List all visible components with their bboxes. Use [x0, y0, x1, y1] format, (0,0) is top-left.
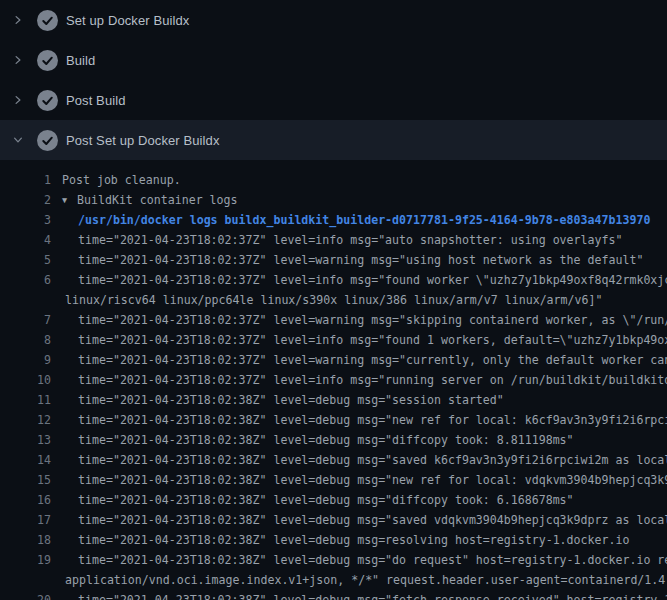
log-line-text: time="2021-04-23T18:02:37Z" level=warnin…: [78, 250, 643, 270]
actions-log-page: Set up Docker BuildxBuildPost BuildPost …: [0, 0, 667, 600]
log-line-number[interactable]: 13: [0, 430, 51, 450]
log-line-number: [0, 290, 51, 310]
log-line-number[interactable]: 4: [0, 230, 51, 250]
log-line-number[interactable]: 9: [0, 350, 51, 370]
log-line-text: time="2021-04-23T18:02:38Z" level=debug …: [78, 530, 629, 550]
log-line-number[interactable]: 1: [0, 170, 51, 190]
log-line-number[interactable]: 6: [0, 270, 51, 290]
check-circle-icon: [37, 90, 58, 111]
log-line: 15time="2021-04-23T18:02:38Z" level=debu…: [0, 470, 667, 490]
log-line-text: time="2021-04-23T18:02:37Z" level=info m…: [78, 370, 667, 390]
log-line-text: Post job cleanup.: [62, 170, 181, 190]
log-line-number[interactable]: 15: [0, 470, 51, 490]
chevron-right-icon: [12, 94, 24, 106]
log-line-number[interactable]: 2: [0, 190, 51, 210]
log-line-continuation: linux/riscv64 linux/ppc64le linux/s390x …: [0, 290, 667, 310]
log-line: 18time="2021-04-23T18:02:38Z" level=debu…: [0, 530, 667, 550]
log-command-text: /usr/bin/docker logs buildx_buildkit_bui…: [78, 210, 650, 230]
log-line-number[interactable]: 20: [0, 590, 51, 600]
log-line-number[interactable]: 11: [0, 390, 51, 410]
log-line: 20time="2021-04-23T18:02:38Z" level=debu…: [0, 590, 667, 600]
log-line-text: linux/riscv64 linux/ppc64le linux/s390x …: [65, 290, 602, 310]
log-line: 14time="2021-04-23T18:02:38Z" level=debu…: [0, 450, 667, 470]
log-line: 2▼BuildKit container logs: [0, 190, 667, 210]
log-line-number[interactable]: 3: [0, 210, 51, 230]
chevron-down-icon: [12, 134, 24, 146]
log-line: 6time="2021-04-23T18:02:37Z" level=info …: [0, 270, 667, 290]
group-collapse-arrow-icon: ▼: [62, 190, 77, 210]
log-line-number[interactable]: 8: [0, 330, 51, 350]
log-viewer: 1Post job cleanup.2▼BuildKit container l…: [0, 160, 667, 600]
step-header-post-build[interactable]: Post Build: [0, 80, 667, 120]
log-line: 9time="2021-04-23T18:02:37Z" level=warni…: [0, 350, 667, 370]
log-line-text: application/vnd.oci.image.index.v1+json,…: [65, 570, 667, 590]
chevron-right-icon: [12, 14, 24, 26]
step-header-post-set-up-docker-buildx[interactable]: Post Set up Docker Buildx: [0, 120, 667, 160]
log-group-label: BuildKit container logs: [77, 193, 238, 207]
chevron-right-icon: [12, 54, 24, 66]
log-line: 4time="2021-04-23T18:02:37Z" level=info …: [0, 230, 667, 250]
log-line-text: time="2021-04-23T18:02:38Z" level=debug …: [78, 430, 574, 450]
check-circle-icon: [37, 50, 58, 71]
log-line: 11time="2021-04-23T18:02:38Z" level=debu…: [0, 390, 667, 410]
log-line-text: time="2021-04-23T18:02:38Z" level=debug …: [78, 390, 504, 410]
log-line: 10time="2021-04-23T18:02:37Z" level=info…: [0, 370, 667, 390]
log-line: 1Post job cleanup.: [0, 170, 667, 190]
log-line-number[interactable]: 5: [0, 250, 51, 270]
step-title: Build: [66, 53, 95, 68]
log-line-number[interactable]: 12: [0, 410, 51, 430]
log-line-number[interactable]: 10: [0, 370, 51, 390]
log-line: 8time="2021-04-23T18:02:37Z" level=info …: [0, 330, 667, 350]
log-line-text: time="2021-04-23T18:02:37Z" level=info m…: [78, 230, 622, 250]
log-line-continuation: application/vnd.oci.image.index.v1+json,…: [0, 570, 667, 590]
log-line: 17time="2021-04-23T18:02:38Z" level=debu…: [0, 510, 667, 530]
log-group-toggle[interactable]: ▼BuildKit container logs: [62, 190, 238, 210]
step-title: Post Set up Docker Buildx: [66, 133, 220, 148]
log-line: 12time="2021-04-23T18:02:38Z" level=debu…: [0, 410, 667, 430]
check-circle-icon: [37, 10, 58, 31]
log-line: 19time="2021-04-23T18:02:38Z" level=debu…: [0, 550, 667, 570]
log-line-text: time="2021-04-23T18:02:38Z" level=debug …: [78, 410, 667, 430]
log-line-text: time="2021-04-23T18:02:37Z" level=warnin…: [78, 310, 667, 330]
log-line-text: time="2021-04-23T18:02:38Z" level=debug …: [78, 450, 667, 470]
log-line-text: time="2021-04-23T18:02:37Z" level=warnin…: [78, 350, 667, 370]
step-title: Post Build: [66, 93, 126, 108]
log-line-number[interactable]: 19: [0, 550, 51, 570]
log-line-number[interactable]: 17: [0, 510, 51, 530]
log-line-number[interactable]: 16: [0, 490, 51, 510]
log-line-text: time="2021-04-23T18:02:38Z" level=debug …: [78, 470, 667, 490]
log-line-number[interactable]: 7: [0, 310, 51, 330]
log-line-text: time="2021-04-23T18:02:37Z" level=info m…: [78, 270, 667, 290]
step-header-build[interactable]: Build: [0, 40, 667, 80]
log-line-number[interactable]: 18: [0, 530, 51, 550]
log-line: 7time="2021-04-23T18:02:37Z" level=warni…: [0, 310, 667, 330]
log-line-text: time="2021-04-23T18:02:38Z" level=debug …: [78, 550, 667, 570]
log-line-number[interactable]: 14: [0, 450, 51, 470]
log-line-text: time="2021-04-23T18:02:38Z" level=debug …: [78, 510, 667, 530]
steps-list: Set up Docker BuildxBuildPost BuildPost …: [0, 0, 667, 160]
log-line-text: time="2021-04-23T18:02:38Z" level=debug …: [78, 590, 667, 600]
log-line-text: time="2021-04-23T18:02:38Z" level=debug …: [78, 490, 574, 510]
log-line: 13time="2021-04-23T18:02:38Z" level=debu…: [0, 430, 667, 450]
log-line-text: time="2021-04-23T18:02:37Z" level=info m…: [78, 330, 667, 350]
log-line-number: [0, 570, 51, 590]
log-line: 3/usr/bin/docker logs buildx_buildkit_bu…: [0, 210, 667, 230]
log-line: 5time="2021-04-23T18:02:37Z" level=warni…: [0, 250, 667, 270]
step-header-set-up-docker-buildx[interactable]: Set up Docker Buildx: [0, 0, 667, 40]
log-line: 16time="2021-04-23T18:02:38Z" level=debu…: [0, 490, 667, 510]
step-title: Set up Docker Buildx: [66, 13, 189, 28]
check-circle-icon: [37, 130, 58, 151]
